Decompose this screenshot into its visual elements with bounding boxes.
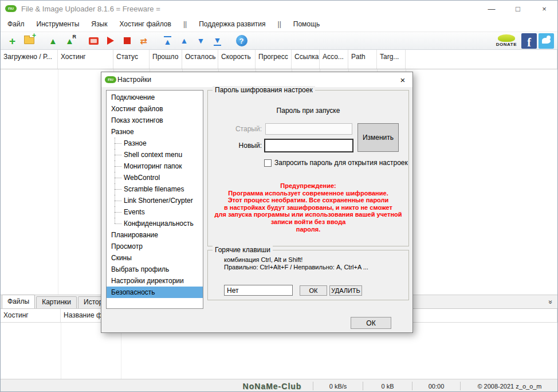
app-logo-icon: FIU: [5, 5, 17, 12]
maximize-icon[interactable]: □: [505, 1, 531, 17]
window-title: File & Image Uploader 8.1.6 = Freeware =: [21, 5, 160, 13]
column-header-hosting[interactable]: Хостинг: [58, 50, 113, 69]
move-up-icon: ▲: [180, 37, 188, 45]
menu-language[interactable]: Язык: [91, 20, 107, 28]
column-header-elapsed[interactable]: Прошло: [150, 50, 182, 69]
password-group-title: Пароль шифрования настроек: [213, 86, 315, 94]
dialog-logo-icon: FIU: [105, 76, 116, 83]
move-top-icon: ▲: [164, 36, 172, 46]
facebook-button[interactable]: f: [521, 33, 537, 49]
dialog-close-icon[interactable]: ×: [396, 75, 409, 85]
tree-item-folder-monitoring[interactable]: Мониторинг папок: [107, 160, 203, 172]
tree-item-security[interactable]: Безопасность: [107, 287, 203, 298]
new-password-input[interactable]: [264, 139, 353, 152]
menu-support-development[interactable]: Поддержка развития: [199, 20, 265, 28]
menu-help[interactable]: Помощь: [293, 20, 320, 28]
tree-item-link-shortener[interactable]: Link Shortener/Crypter: [107, 195, 203, 206]
upload-icon: ▲: [49, 37, 57, 45]
donate-button[interactable]: DONATE: [496, 34, 517, 47]
tab-pictures[interactable]: Картинки: [36, 296, 77, 308]
hotkey-ok-button[interactable]: ОК: [300, 285, 327, 296]
grid-line: [58, 69, 58, 295]
tree-item-view[interactable]: Просмотр: [107, 241, 203, 252]
close-icon[interactable]: ×: [531, 1, 557, 17]
tabs-overflow-icon[interactable]: »: [547, 300, 555, 304]
tree-item-webcontrol[interactable]: WebControl: [107, 172, 203, 183]
donate-icon: [498, 34, 515, 42]
help-button[interactable]: ?: [233, 33, 250, 49]
require-password-row: Запросить пароль для открытия настроек: [264, 159, 408, 167]
tree-item-directory-settings[interactable]: Настройки директории: [107, 275, 203, 287]
move-up-button[interactable]: ▲: [176, 33, 192, 49]
file-list-header: Загружено / Р... Хостинг Статус Прошло О…: [1, 50, 557, 69]
column-header-status[interactable]: Статус: [113, 50, 150, 69]
column-header-speed[interactable]: Скорость: [218, 50, 256, 69]
statusbar-time: 00:00: [412, 379, 460, 392]
dialog-body: Подключение Хостинг файлов Показ хостинг…: [101, 87, 412, 332]
move-bottom-icon: ▼: [214, 36, 222, 46]
tab-files[interactable]: Файлы: [2, 295, 35, 308]
tree-item-select-profile[interactable]: Выбрать профиль: [107, 264, 203, 275]
column-header-target[interactable]: Targ...: [377, 50, 406, 69]
tree-item-privacy[interactable]: Конфиденциальность: [107, 218, 203, 229]
hotkeys-hint-line2: Правильно: Ctrl+Alt+F / Неправильно: A, …: [224, 264, 368, 271]
dialog-ok-button[interactable]: ОК: [351, 317, 391, 329]
add-folder-button[interactable]: +: [21, 33, 37, 49]
move-down-button[interactable]: ▼: [192, 33, 209, 49]
titlebar: FIU File & Image Uploader 8.1.6 = Freewa…: [1, 1, 557, 17]
statusbar: NoNaMe-Club 0 kB/s 0 kB 00:00 © 2008-202…: [1, 379, 557, 392]
tree-item-connection[interactable]: Подключение: [107, 92, 203, 103]
column-header-uploaded[interactable]: Загружено / Р...: [1, 50, 58, 69]
menu-file-hosting[interactable]: Хостинг файлов: [119, 20, 171, 28]
grid-line: [61, 323, 61, 379]
tree-item-skins[interactable]: Скины: [107, 252, 203, 264]
upload-resume-button[interactable]: ▲ R: [61, 33, 78, 49]
menu-file[interactable]: Файл: [7, 20, 25, 28]
window-controls: — □ ×: [478, 1, 557, 17]
twitter-button[interactable]: [539, 33, 554, 49]
add-files-button[interactable]: +: [4, 33, 21, 49]
stop-icon: [124, 37, 131, 44]
column-header-remaining[interactable]: Осталось: [182, 50, 218, 69]
old-password-input: [265, 123, 352, 135]
capture-button[interactable]: [102, 33, 119, 49]
warning-line: Программа использует современное шифрова…: [208, 190, 408, 197]
change-password-button[interactable]: Изменить: [357, 123, 399, 152]
stop-button[interactable]: [119, 33, 135, 49]
screenshot-button[interactable]: [85, 33, 102, 49]
minimize-icon[interactable]: —: [478, 1, 505, 17]
column-header-asso[interactable]: Ассо...: [320, 50, 348, 69]
tree-item-shell-context-menu[interactable]: Shell context menu: [107, 149, 203, 160]
tree-item-scramble-filenames[interactable]: Scramble filenames: [107, 183, 203, 195]
plus-icon: +: [9, 36, 15, 46]
folder-plus-icon: +: [32, 32, 36, 39]
warning-line: Этот процесс необратим. Все сохраненные …: [208, 197, 408, 204]
donate-label: DONATE: [496, 42, 517, 47]
nonameclub-logo: NoNaMe-Club: [243, 382, 302, 391]
tree-item-misc-sub[interactable]: Разное: [107, 138, 203, 149]
transfer-button[interactable]: ⇄: [135, 33, 152, 49]
dialog-titlebar[interactable]: FIU Настройки ×: [101, 72, 412, 87]
tree-item-scheduling[interactable]: Планирование: [107, 229, 203, 241]
column-header-hosting-bottom[interactable]: Хостинг: [1, 309, 61, 322]
column-header-progress[interactable]: Прогресс: [256, 50, 292, 69]
settings-dialog: FIU Настройки × Подключение Хостинг файл…: [101, 72, 413, 333]
tree-item-file-hosting[interactable]: Хостинг файлов: [107, 103, 203, 115]
move-top-button[interactable]: ▲: [159, 33, 176, 49]
hotkey-delete-button[interactable]: УДАЛИТЬ: [329, 285, 362, 296]
tree-item-show-hostings[interactable]: Показ хостингов: [107, 115, 203, 126]
tree-item-misc[interactable]: Разное: [107, 126, 203, 138]
column-header-link[interactable]: Ссылка: [292, 50, 320, 69]
upload-button[interactable]: ▲: [45, 33, 61, 49]
require-password-checkbox[interactable]: [264, 159, 272, 167]
hotkeys-group-title: Горячие клавиши: [213, 246, 273, 254]
menu-tools[interactable]: Инструменты: [37, 20, 80, 28]
statusbar-speed: 0 kB/s: [313, 379, 363, 392]
tree-item-events[interactable]: Events: [107, 206, 203, 218]
move-bottom-button[interactable]: ▼: [209, 33, 226, 49]
column-header-path[interactable]: Path: [348, 50, 377, 69]
help-icon: ?: [236, 35, 247, 46]
hotkey-input[interactable]: [224, 285, 293, 296]
warning-line: пароля.: [208, 226, 408, 233]
move-down-icon: ▼: [197, 37, 205, 45]
